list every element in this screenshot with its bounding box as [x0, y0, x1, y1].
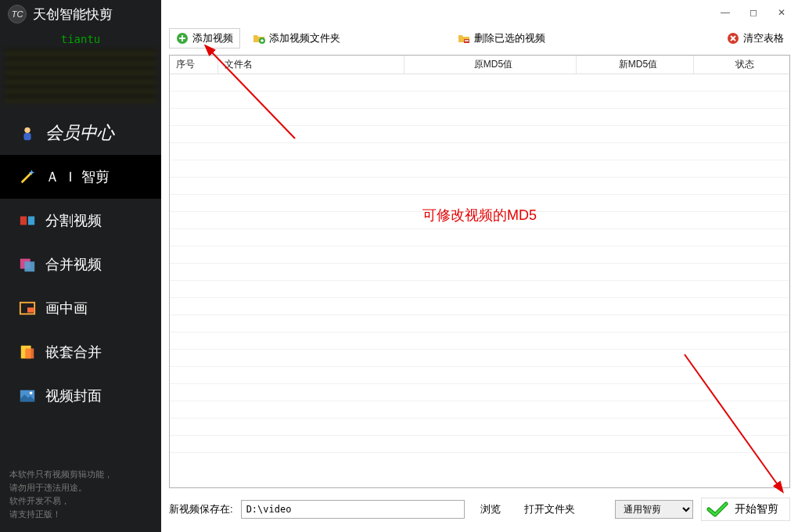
svg-rect-5 [24, 261, 34, 271]
sidebar-item-label: 会员中心 [45, 121, 114, 145]
sidebar-item-nest[interactable]: 嵌套合并 [0, 330, 161, 374]
pip-icon [19, 300, 36, 317]
sidebar-item-merge[interactable]: 合并视频 [0, 243, 161, 286]
sidebar-item-label: 画中画 [45, 299, 88, 318]
sidebar: TC 天创智能快剪 tiantu 会员中心 Ａ Ｉ 智剪 分割视频 合并视频 画… [0, 0, 161, 532]
bottom-bar: 新视频保存在: 浏览 打开文件夹 通用智剪 开始智剪 [161, 488, 798, 532]
app-logo: TC [8, 5, 27, 23]
button-label: 开始智剪 [735, 502, 778, 516]
maximize-button[interactable]: ◻ [748, 7, 759, 18]
sidebar-item-label: 合并视频 [45, 255, 102, 274]
svg-point-0 [24, 128, 30, 133]
clear-table-button[interactable]: 清空表格 [721, 29, 790, 48]
sidebar-item-split[interactable]: 分割视频 [0, 199, 161, 243]
sidebar-footer: 本软件只有视频剪辑功能， 请勿用于违法用途。 软件开发不易， 请支持正版！ [0, 460, 161, 532]
open-folder-button[interactable]: 打开文件夹 [516, 501, 583, 518]
svg-rect-2 [20, 217, 27, 225]
folder-minus-icon [458, 32, 470, 45]
sidebar-item-label: 分割视频 [45, 211, 102, 230]
save-path-label: 新视频保存在: [169, 502, 233, 516]
col-index[interactable]: 序号 [170, 56, 218, 74]
sidebar-item-label: Ａ Ｉ 智剪 [45, 167, 110, 186]
svg-rect-1 [23, 133, 31, 140]
mode-select[interactable]: 通用智剪 [615, 500, 693, 519]
svg-rect-9 [25, 348, 34, 358]
svg-rect-7 [27, 307, 34, 312]
button-label: 添加视频文件夹 [269, 31, 340, 45]
window-controls: — ◻ ✕ [161, 0, 798, 25]
button-label: 清空表格 [743, 31, 784, 45]
close-button[interactable]: ✕ [776, 7, 787, 18]
delete-selected-button[interactable]: 删除已选的视频 [451, 29, 552, 48]
add-folder-button[interactable]: 添加视频文件夹 [246, 29, 347, 48]
merge-icon [19, 256, 36, 273]
folder-plus-icon [253, 32, 265, 45]
col-src-md5[interactable]: 原MD5值 [404, 56, 577, 74]
toolbar: 添加视频 添加视频文件夹 删除已选的视频 清空表格 [161, 25, 798, 52]
col-status[interactable]: 状态 [694, 56, 789, 74]
button-label: 删除已选的视频 [474, 31, 545, 45]
browse-button[interactable]: 浏览 [473, 501, 509, 518]
col-new-md5[interactable]: 新MD5值 [577, 56, 694, 74]
person-icon [19, 124, 36, 142]
video-table: 序号 文件名 原MD5值 新MD5值 状态 可修改视频的MD5 [169, 55, 790, 488]
button-label: 添加视频 [192, 31, 233, 45]
save-path-input[interactable] [241, 500, 465, 519]
minimize-button[interactable]: — [720, 7, 731, 18]
sidebar-item-member[interactable]: 会员中心 [0, 111, 161, 155]
add-video-button[interactable]: 添加视频 [169, 28, 240, 49]
nest-icon [19, 343, 36, 361]
user-name: tiantu [0, 33, 161, 45]
main-panel: — ◻ ✕ 添加视频 添加视频文件夹 删除已选的视频 [161, 0, 798, 532]
table-header: 序号 文件名 原MD5值 新MD5值 状态 [170, 56, 789, 74]
app-title: 天创智能快剪 [33, 5, 113, 23]
sidebar-item-ai-cut[interactable]: Ａ Ｉ 智剪 [0, 155, 161, 199]
user-info-redacted [5, 49, 156, 103]
sidebar-item-cover[interactable]: 视频封面 [0, 374, 161, 418]
sidebar-item-label: 视频封面 [45, 386, 102, 405]
table-body[interactable] [170, 74, 789, 487]
split-icon [19, 212, 36, 229]
svg-rect-3 [28, 217, 34, 225]
wand-icon [19, 168, 36, 185]
col-filename[interactable]: 文件名 [218, 56, 404, 74]
start-button[interactable]: 开始智剪 [701, 498, 790, 521]
annotation-text: 可修改视频的MD5 [422, 206, 537, 225]
x-circle-icon [727, 32, 739, 45]
sidebar-item-label: 嵌套合并 [45, 343, 102, 361]
svg-point-11 [30, 392, 33, 395]
image-icon [19, 387, 36, 404]
sidebar-item-pip[interactable]: 画中画 [0, 286, 161, 330]
plus-circle-icon [176, 32, 189, 45]
check-icon [706, 501, 728, 517]
app-header: TC 天创智能快剪 [0, 0, 161, 28]
